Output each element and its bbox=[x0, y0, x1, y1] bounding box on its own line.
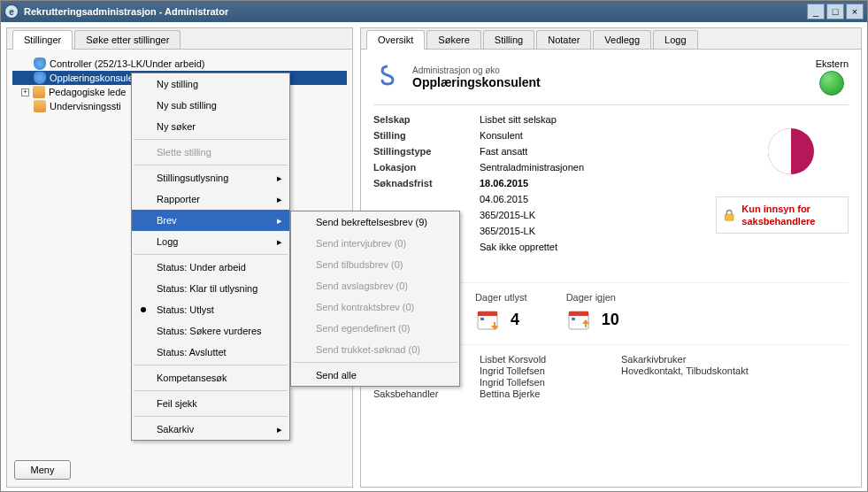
restriction-notice: Kun innsyn for saksbehandlere bbox=[716, 196, 849, 234]
group-icon bbox=[34, 100, 46, 112]
contact-name: Ingrid Tollefsen bbox=[480, 377, 621, 388]
menu-item-rapporter[interactable]: Rapporter▸ bbox=[132, 188, 289, 210]
ekstern-label: Ekstern bbox=[816, 58, 849, 69]
menu-separator bbox=[293, 362, 457, 363]
context-menu: Ny stilling Ny sub stilling Ny søker Sle… bbox=[131, 73, 290, 441]
menu-item-status-vurderes[interactable]: Status: Søkere vurderes bbox=[132, 320, 289, 342]
menu-item-logg[interactable]: Logg▸ bbox=[132, 231, 289, 252]
tab-logg[interactable]: Logg bbox=[653, 30, 697, 49]
detail-value: 18.06.2015 bbox=[480, 178, 716, 188]
detail-label: Selskap bbox=[373, 114, 480, 125]
contact-name: Ingrid Tollefsen bbox=[480, 365, 621, 376]
meny-button[interactable]: Meny bbox=[14, 460, 71, 480]
position-icon bbox=[34, 58, 46, 70]
stat-value: 10 bbox=[602, 311, 619, 329]
lock-icon bbox=[724, 205, 734, 225]
department-label: Administrasjon og øko bbox=[412, 65, 541, 75]
maximize-button[interactable]: □ bbox=[826, 4, 844, 19]
menu-item-stillingsutlysning[interactable]: Stillingsutlysning▸ bbox=[132, 167, 289, 188]
menu-item-send-tilbudsbrev: Send tilbudsbrev (0) bbox=[291, 254, 459, 275]
menu-item-send-kontraktsbrev: Send kontraktsbrev (0) bbox=[291, 296, 459, 318]
submenu-arrow-icon: ▸ bbox=[277, 173, 282, 184]
stat-label: Dager utlyst bbox=[475, 292, 527, 303]
calendar-down-icon bbox=[566, 307, 593, 332]
restriction-text: Kun innsyn for saksbehandlere bbox=[741, 203, 841, 228]
menu-item-send-avslagsbrev: Send avslagsbrev (0) bbox=[291, 275, 459, 296]
position-title: Opplæringskonsulent bbox=[412, 75, 541, 89]
menu-item-send-trukket: Send trukket-søknad (0) bbox=[291, 339, 459, 360]
context-submenu-brev: Send bekreftelsesbrev (9) Send intervjub… bbox=[290, 211, 460, 387]
menu-item-slette-stilling: Slette stilling bbox=[132, 142, 289, 163]
company-logo bbox=[716, 125, 849, 178]
tab-stillinger[interactable]: Stillinger bbox=[12, 30, 73, 50]
menu-item-status-utlyst[interactable]: Status: Utlyst bbox=[132, 299, 289, 320]
svg-rect-6 bbox=[569, 311, 588, 316]
submenu-arrow-icon: ▸ bbox=[277, 424, 282, 435]
menu-item-status-avsluttet[interactable]: Status: Avsluttet bbox=[132, 342, 289, 363]
menu-item-feil-sjekk[interactable]: Feil sjekk bbox=[132, 393, 289, 414]
detail-label: Lokasjon bbox=[373, 162, 480, 173]
left-tabs: Stillinger Søke etter stillinger bbox=[7, 28, 352, 50]
minimize-button[interactable]: _ bbox=[807, 4, 825, 19]
position-icon bbox=[34, 72, 46, 84]
checked-icon bbox=[141, 307, 146, 312]
tab-vedlegg[interactable]: Vedlegg bbox=[593, 30, 651, 49]
stat-dager-utlyst: Dager utlyst 4 bbox=[475, 292, 527, 332]
menu-item-status-klar[interactable]: Status: Klar til utlysning bbox=[132, 278, 289, 299]
menu-separator bbox=[134, 165, 288, 165]
detail-value: 365/2015-LK bbox=[480, 210, 716, 220]
tab-soke-etter-stillinger[interactable]: Søke etter stillinger bbox=[74, 30, 181, 49]
menu-separator bbox=[134, 365, 288, 365]
menu-item-send-bekreftelsesbrev[interactable]: Send bekreftelsesbrev (9) bbox=[291, 211, 459, 233]
detail-label: Stillingstype bbox=[373, 146, 480, 157]
menu-separator bbox=[134, 139, 288, 140]
header-row: Administrasjon og øko Opplæringskonsulen… bbox=[373, 58, 849, 105]
menu-item-send-intervjubrev: Send intervjubrev (0) bbox=[291, 233, 459, 254]
detail-value: Konsulent bbox=[480, 130, 716, 141]
contact-name: Bettina Bjerke bbox=[480, 388, 621, 399]
menu-item-kompetansesok[interactable]: Kompetansesøk bbox=[132, 367, 289, 388]
contact-extra bbox=[621, 377, 849, 388]
detail-label: Søknadsfrist bbox=[373, 178, 480, 188]
svg-rect-7 bbox=[572, 318, 575, 320]
menu-item-ny-stilling[interactable]: Ny stilling bbox=[132, 73, 289, 95]
right-tabs: Oversikt Søkere Stilling Notater Vedlegg… bbox=[361, 28, 861, 50]
left-panel: Stillinger Søke etter stillinger Control… bbox=[6, 27, 353, 488]
svg-rect-4 bbox=[480, 318, 484, 320]
tab-stilling[interactable]: Stilling bbox=[483, 30, 534, 49]
contact-name: Lisbet Korsvold bbox=[480, 354, 621, 365]
menu-item-send-alle[interactable]: Send alle bbox=[291, 365, 459, 386]
menu-item-ny-soker[interactable]: Ny søker bbox=[132, 116, 289, 137]
calendar-up-icon bbox=[475, 307, 502, 332]
tab-notater[interactable]: Notater bbox=[536, 30, 591, 49]
section-icon bbox=[373, 63, 402, 91]
tab-oversikt[interactable]: Oversikt bbox=[366, 30, 425, 50]
stat-label: Dager igjen bbox=[566, 292, 619, 303]
detail-value: Fast ansatt bbox=[480, 146, 716, 157]
menu-item-ny-sub-stilling[interactable]: Ny sub stilling bbox=[132, 95, 289, 116]
menu-item-brev[interactable]: Brev▸ bbox=[132, 210, 289, 231]
titlebar: e Rekrutteringsadministrasjon - Administ… bbox=[1, 1, 867, 22]
detail-value: 04.06.2015 bbox=[480, 194, 716, 204]
close-button[interactable]: × bbox=[846, 4, 864, 19]
submenu-arrow-icon: ▸ bbox=[277, 236, 282, 248]
ekstern-indicator: Ekstern bbox=[816, 58, 849, 96]
detail-value: Sak ikke opprettet bbox=[480, 242, 716, 252]
svg-rect-1 bbox=[725, 214, 734, 220]
window-title: Rekrutteringsadministrasjon - Administra… bbox=[24, 6, 807, 17]
detail-value: Lisbet sitt selskap bbox=[480, 114, 716, 125]
group-icon bbox=[33, 86, 45, 98]
detail-value: Sentraladministrasjonen bbox=[480, 162, 716, 173]
menu-item-sakarkiv[interactable]: Sakarkiv▸ bbox=[132, 419, 289, 440]
tree-label: Pedagogiske lede bbox=[49, 87, 126, 97]
tree-item[interactable]: Controller (252/13-LK/Under arbeid) bbox=[12, 57, 347, 71]
globe-icon bbox=[819, 71, 844, 96]
tab-sokere[interactable]: Søkere bbox=[426, 30, 480, 49]
menu-separator bbox=[134, 254, 288, 255]
tree-label: Undervisningssti bbox=[50, 101, 121, 111]
contact-role: Saksbehandler bbox=[373, 388, 480, 399]
contact-extra: Sakarkivbruker bbox=[621, 354, 849, 365]
svg-rect-3 bbox=[478, 311, 497, 316]
expand-icon[interactable]: + bbox=[21, 88, 29, 96]
menu-item-status-under-arbeid[interactable]: Status: Under arbeid bbox=[132, 257, 289, 278]
